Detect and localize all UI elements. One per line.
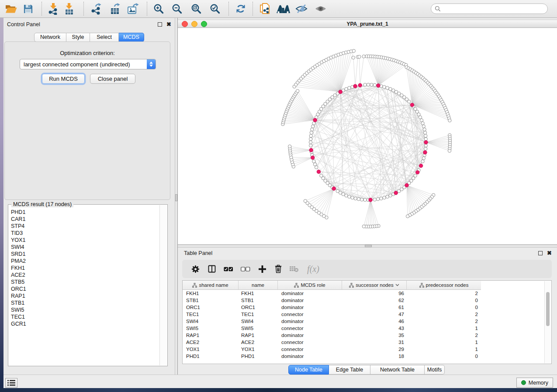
table-row[interactable]: STB1STB1dominator620	[183, 297, 544, 304]
close-panel-icon[interactable]: ✖	[547, 251, 552, 255]
select-all-button[interactable]	[221, 260, 235, 278]
column-header-shared-name[interactable]: shared name	[183, 281, 239, 289]
float-panel-icon[interactable]	[158, 22, 162, 27]
mcds-result-item[interactable]: YOX1	[11, 237, 160, 244]
table-cell[interactable]: RAP1	[239, 333, 278, 338]
mcds-result-item[interactable]: CAR1	[11, 216, 160, 223]
zoom-out-button[interactable]	[168, 1, 186, 16]
import-network-button[interactable]	[45, 1, 62, 16]
table-row[interactable]: PHD1PHD1dominator180	[183, 353, 544, 360]
table-cell[interactable]: 1	[407, 340, 481, 345]
table-cell[interactable]: 43	[342, 326, 407, 331]
mcds-result-item[interactable]: TEC1	[11, 313, 160, 320]
search-field[interactable]	[431, 3, 548, 14]
table-cell[interactable]: 0	[407, 354, 481, 359]
table-cell[interactable]: connector	[278, 347, 342, 352]
mcds-result-item[interactable]: RAP1	[11, 292, 160, 299]
network-graph[interactable]	[178, 28, 557, 244]
table-row[interactable]: SWI4SWI4dominator462	[183, 318, 544, 325]
close-panel-button[interactable]: Close panel	[90, 74, 135, 84]
table-cell[interactable]: YOX1	[239, 347, 278, 352]
table-cell[interactable]: STB1	[183, 298, 239, 303]
mcds-result-item[interactable]: GCR1	[11, 320, 160, 327]
deselect-all-button[interactable]	[239, 260, 253, 278]
table-cell[interactable]: TEC1	[239, 312, 278, 317]
table-cell[interactable]: 0	[407, 305, 481, 310]
tab-mcds[interactable]: MCDS	[119, 33, 144, 42]
table-cell[interactable]: SWI5	[239, 326, 278, 331]
optimization-criterion-select[interactable]: largest connected component (undirected)	[20, 59, 156, 69]
open-file-button[interactable]	[2, 1, 20, 16]
table-cell[interactable]: 62	[342, 298, 407, 303]
table-row[interactable]: ACE2ACE2connector311	[183, 339, 544, 346]
show-columns-button[interactable]	[205, 260, 219, 278]
table-cell[interactable]: dominator	[278, 305, 342, 310]
table-row[interactable]: ORC1ORC1dominator610	[183, 304, 544, 311]
table-cell[interactable]: PHD1	[183, 354, 239, 359]
scrollbar-thumb[interactable]	[546, 292, 550, 326]
table-cell[interactable]: 35	[342, 333, 407, 338]
mcds-result-item[interactable]: SWI4	[11, 244, 160, 251]
column-header-mcds-role[interactable]: MCDS role	[278, 281, 342, 289]
table-cell[interactable]: 61	[342, 305, 407, 310]
mcds-result-item[interactable]: FKH1	[11, 265, 160, 272]
table-cell[interactable]: 2	[407, 312, 481, 317]
mcds-result-item[interactable]: SWI5	[11, 306, 160, 313]
tab-network[interactable]: Network	[34, 33, 66, 42]
mcds-result-item[interactable]: STB5	[11, 279, 160, 285]
table-cell[interactable]: 46	[342, 319, 407, 324]
table-cell[interactable]: dominator	[278, 298, 342, 303]
task-history-button[interactable]	[5, 378, 17, 388]
table-cell[interactable]: 96	[342, 291, 407, 296]
tab-motifs[interactable]: Motifs	[425, 365, 445, 375]
run-mcds-button[interactable]: Run MCDS	[42, 74, 85, 84]
table-cell[interactable]: connector	[278, 326, 342, 331]
table-settings-button[interactable]	[188, 260, 202, 278]
table-cell[interactable]: dominator	[278, 291, 342, 296]
clear-table-button[interactable]	[287, 260, 301, 278]
horizontal-splitter[interactable]	[178, 244, 557, 248]
table-cell[interactable]: ORC1	[183, 305, 239, 310]
table-cell[interactable]: 2	[407, 333, 481, 338]
hide-selected-button[interactable]	[293, 1, 310, 16]
mcds-result-item[interactable]: STB1	[11, 299, 160, 306]
refresh-button[interactable]	[232, 1, 249, 16]
tab-style[interactable]: Style	[66, 33, 90, 42]
table-cell[interactable]: dominator	[278, 354, 342, 359]
table-cell[interactable]: FKH1	[239, 291, 278, 296]
table-cell[interactable]: SWI4	[183, 319, 239, 324]
table-cell[interactable]: 18	[342, 354, 407, 359]
table-scrollbar[interactable]	[544, 281, 551, 363]
search-input[interactable]	[443, 4, 547, 13]
table-cell[interactable]: PHD1	[239, 354, 278, 359]
table-cell[interactable]: FKH1	[183, 291, 239, 296]
column-header-name[interactable]: name	[239, 281, 278, 289]
table-cell[interactable]: connector	[278, 312, 342, 317]
tab-select[interactable]: Select	[90, 33, 119, 42]
table-cell[interactable]: ACE2	[239, 340, 278, 345]
close-panel-icon[interactable]: ✖	[166, 22, 171, 27]
tab-network-table[interactable]: Network Table	[370, 365, 425, 375]
mcds-result-item[interactable]: ACE2	[11, 272, 160, 279]
network-window-titlebar[interactable]: YPA_prune.txt_1	[178, 20, 557, 28]
add-column-button[interactable]	[255, 260, 269, 278]
table-cell[interactable]: STB1	[239, 298, 278, 303]
table-cell[interactable]: 47	[342, 312, 407, 317]
table-cell[interactable]: YOX1	[183, 347, 239, 352]
zoom-fit-button[interactable]	[187, 1, 205, 16]
table-cell[interactable]: 1	[407, 326, 481, 331]
table-cell[interactable]: SWI4	[239, 319, 278, 324]
export-image-button[interactable]	[125, 1, 142, 16]
mcds-list-scrollbar[interactable]	[159, 205, 167, 365]
table-cell[interactable]: 29	[342, 347, 407, 352]
table-row[interactable]: SWI5SWI5connector431	[183, 325, 544, 332]
tab-edge-table[interactable]: Edge Table	[329, 365, 370, 375]
network-from-document-button[interactable]	[256, 1, 273, 16]
table-row[interactable]: FKH1FKH1dominator962	[183, 290, 544, 297]
mcds-result-item[interactable]: ORC1	[11, 285, 160, 292]
splitter-handle[interactable]	[175, 194, 177, 201]
table-cell[interactable]: connector	[278, 340, 342, 345]
column-header-predecessor-nodes[interactable]: predecessor nodes	[407, 281, 481, 289]
table-cell[interactable]: 0	[407, 298, 481, 303]
table-cell[interactable]: 1	[407, 347, 481, 352]
